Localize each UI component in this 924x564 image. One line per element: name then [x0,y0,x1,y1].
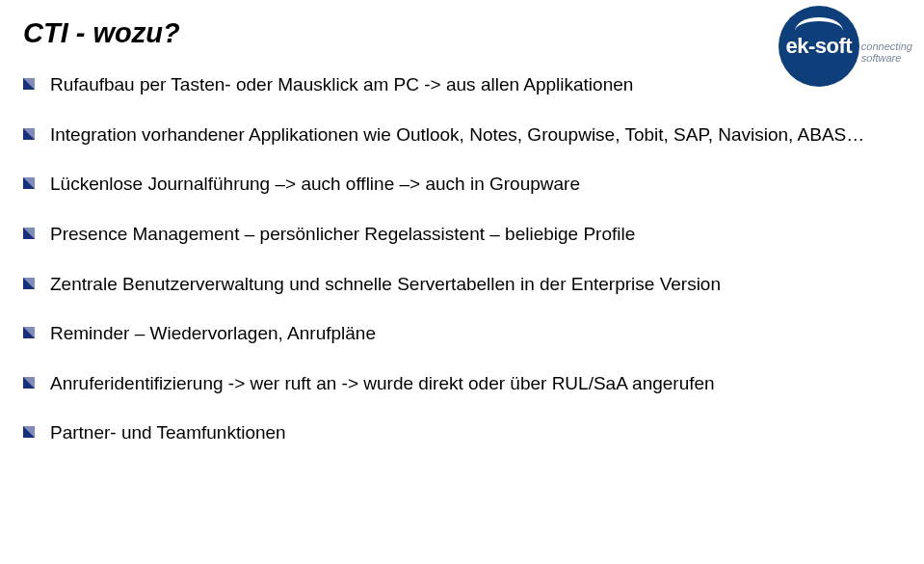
list-item-text: Partner- und Teamfunktionen [50,420,901,445]
list-item: Reminder – Wiedervorlagen, Anrufpläne [23,321,901,346]
logo-arc-icon [795,17,843,31]
bullet-icon [23,78,35,90]
list-item-text: Lückenlose Journalführung –> auch offlin… [50,172,901,197]
logo-brand-text: ek-soft [785,36,852,57]
bullet-icon [23,426,35,438]
list-item-text: Presence Management – persönlicher Regel… [50,222,901,247]
logo-circle: ek-soft [779,6,859,87]
bullet-icon [23,377,35,389]
list-item: Partner- und Teamfunktionen [23,420,901,445]
list-item: Presence Management – persönlicher Regel… [23,222,901,247]
bullet-icon [23,327,35,338]
list-item-text: Rufaufbau per Tasten- oder Mausklick am … [50,72,901,97]
page-title: CTI - wozu? [23,17,901,49]
list-item: Lückenlose Journalführung –> auch offlin… [23,172,901,197]
list-item: Anruferidentifizierung -> wer ruft an ->… [23,371,901,396]
list-item-text: Reminder – Wiedervorlagen, Anrufpläne [50,321,901,346]
slide: ek-soft connecting software CTI - wozu? … [0,0,924,564]
bullet-icon [23,177,35,189]
bullet-icon [23,128,35,140]
logo-tagline: connecting software [861,40,912,64]
bullet-list: Rufaufbau per Tasten- oder Mausklick am … [23,72,901,445]
list-item-text: Anruferidentifizierung -> wer ruft an ->… [50,371,901,396]
list-item-text: Zentrale Benutzerverwaltung und schnelle… [50,272,901,297]
bullet-icon [23,278,35,289]
logo-tag-line1: connecting [861,40,912,52]
bullet-icon [23,228,35,239]
logo: ek-soft connecting software [779,6,912,87]
list-item: Integration vorhandener Applikationen wi… [23,122,901,148]
list-item: Rufaufbau per Tasten- oder Mausklick am … [23,72,901,97]
list-item: Zentrale Benutzerverwaltung und schnelle… [23,272,901,297]
list-item-text: Integration vorhandener Applikationen wi… [50,122,901,148]
logo-tag-line2: software [861,52,912,64]
